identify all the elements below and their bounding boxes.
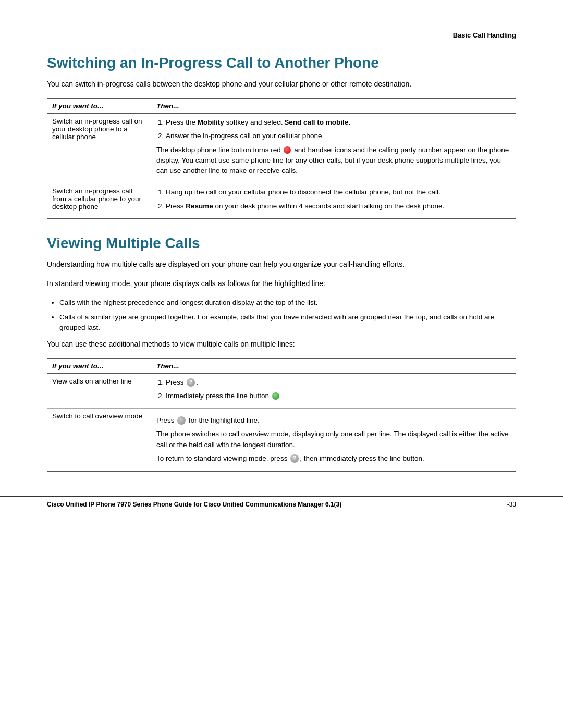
footer-left-text: Cisco Unified IP Phone 7970 Series Phone…: [47, 501, 341, 508]
page: Basic Call Handling Switching an In-Prog…: [0, 0, 563, 529]
table1-col1-header: If you want to...: [47, 98, 151, 114]
table1-col2-header: Then...: [151, 98, 516, 114]
table-row: Switch an in-progress call on your deskt…: [47, 114, 516, 183]
section1-table: If you want to... Then... Switch an in-p…: [47, 98, 516, 219]
note-block: The desktop phone line button turns red …: [156, 145, 511, 177]
note-block: Press for the highlighted line.: [156, 415, 511, 426]
table2-col1-header: If you want to...: [47, 359, 151, 374]
table-row: Switch an in-progress call from a cellul…: [47, 183, 516, 219]
section2-bullets: Calls with the highest precedence and lo…: [47, 298, 516, 334]
table1-row1-then: Press the Mobility softkey and select Se…: [151, 114, 516, 183]
green-circle-icon: [272, 392, 279, 400]
question-circle-icon: ?: [290, 454, 299, 463]
list-item: Immediately press the line button .: [166, 391, 511, 401]
table-row: View calls on another line Press ?. Imme…: [47, 373, 516, 409]
list-item: Press Resume on your desk phone within 4…: [166, 201, 511, 212]
page-footer: Cisco Unified IP Phone 7970 Series Phone…: [0, 496, 563, 508]
header-right-text: Basic Call Handling: [453, 31, 516, 39]
table2-row2-if: Switch to call overview mode: [47, 409, 151, 472]
list-item: Press ?.: [166, 377, 511, 388]
note-block: The phone switches to call overview mode…: [156, 429, 511, 450]
gray-circle-icon: [177, 416, 186, 425]
section2-table: If you want to... Then... View calls on …: [47, 358, 516, 472]
question-circle-icon: ?: [187, 378, 195, 387]
red-circle-icon: [284, 146, 291, 154]
list-item: Calls of a similar type are grouped toge…: [59, 312, 516, 334]
section1-title: Switching an In-Progress Call to Another…: [47, 55, 516, 71]
list-item: Press the Mobility softkey and select Se…: [166, 117, 511, 128]
table2-row1-if: View calls on another line: [47, 373, 151, 409]
table1-row1-if: Switch an in-progress call on your deskt…: [47, 114, 151, 183]
footer-right-text: -33: [507, 501, 516, 508]
table-row: Switch to call overview mode Press for t…: [47, 409, 516, 472]
list-item: Answer the in-progress call on your cell…: [166, 131, 511, 141]
section2-title: Viewing Multiple Calls: [47, 235, 516, 252]
list-item: Hang up the call on your cellular phone …: [166, 187, 511, 198]
section2-intro2: In standard viewing mode, your phone dis…: [47, 278, 516, 289]
table2-row1-then: Press ?. Immediately press the line butt…: [151, 373, 516, 409]
table1-row2-then: Hang up the call on your cellular phone …: [151, 183, 516, 219]
section2-intro1: Understanding how multiple calls are dis…: [47, 259, 516, 270]
table1-row2-if: Switch an in-progress call from a cellul…: [47, 183, 151, 219]
table2-col2-header: Then...: [151, 359, 516, 374]
page-header: Basic Call Handling: [47, 31, 516, 39]
table2-row2-then: Press for the highlighted line. The phon…: [151, 409, 516, 472]
section2-intro3: You can use these additional methods to …: [47, 339, 516, 350]
list-item: Calls with the highest precedence and lo…: [59, 298, 516, 308]
section1-intro: You can switch in-progress calls between…: [47, 79, 516, 90]
note-block: To return to standard viewing mode, pres…: [156, 453, 511, 464]
